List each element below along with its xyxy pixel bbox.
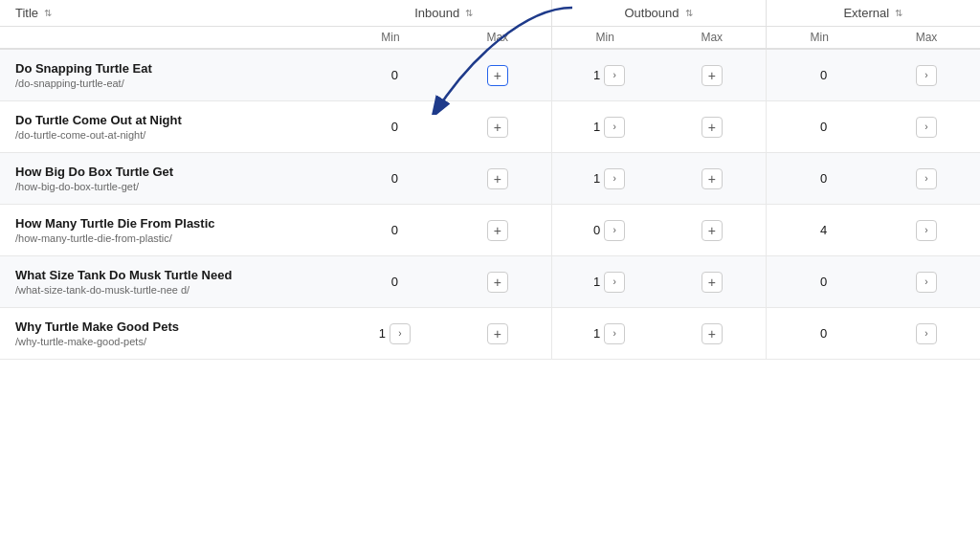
inbound-group-header[interactable]: Inbound ⇅ [337, 0, 551, 27]
external-sort-icon[interactable]: ⇅ [895, 8, 902, 18]
outbound-min-cell: 1 › [551, 256, 658, 308]
row-url: /what-size-tank-do-musk-turtle-nee d/ [15, 284, 322, 296]
row-title: Do Snapping Turtle Eat [15, 61, 322, 76]
row-title: How Big Do Box Turtle Get [15, 165, 322, 179]
title-cell: Do Turtle Come Out at Night /do-turtle-c… [0, 101, 337, 153]
external-label: External [843, 6, 889, 20]
group-header-row: Title ⇅ Inbound ⇅ Outbound ⇅ [0, 0, 980, 27]
outbound-max-plus-btn[interactable]: + [702, 117, 723, 138]
title-cell: Do Snapping Turtle Eat /do-snapping-turt… [0, 49, 337, 101]
inbound-sort-icon[interactable]: ⇅ [465, 8, 473, 18]
inbound-min-value: 1 [370, 326, 386, 341]
title-column-header[interactable]: Title ⇅ [0, 0, 337, 27]
inbound-max-cell: + [444, 49, 551, 101]
outbound-sort-icon[interactable]: ⇅ [685, 8, 693, 18]
external-max-arrow-btn[interactable]: › [916, 117, 937, 138]
row-url: /how-big-do-box-turtle-get/ [15, 181, 322, 192]
external-group-header[interactable]: External ⇅ [766, 0, 980, 27]
outbound-min-value: 1 [585, 171, 600, 186]
external-max-arrow-btn[interactable]: › [916, 168, 937, 189]
inbound-min-value: 0 [383, 171, 398, 186]
external-max-cell: › [873, 153, 980, 205]
outbound-min-cell: 0 › [551, 205, 658, 256]
title-cell: How Many Turtle Die From Plastic /how-ma… [0, 205, 337, 256]
title-label: Title [15, 6, 38, 20]
inbound-min-value: 0 [383, 68, 398, 82]
inbound-min-cell: 1 › [337, 308, 444, 360]
sub-header-row: Min Max Min Max Min Max [0, 27, 980, 50]
outbound-min-cell: 1 › [551, 101, 658, 153]
external-max-cell: › [873, 256, 980, 308]
external-max-arrow-btn[interactable]: › [916, 220, 937, 241]
table-row: How Many Turtle Die From Plastic /how-ma… [0, 205, 980, 256]
inbound-max-plus-btn[interactable]: + [487, 168, 508, 189]
outbound-min-arrow-btn[interactable]: › [604, 117, 625, 138]
main-container: Title ⇅ Inbound ⇅ Outbound ⇅ [0, 0, 980, 551]
external-min-cell: 0 [766, 49, 873, 101]
outbound-max-plus-btn[interactable]: + [702, 220, 723, 241]
outbound-min-value: 0 [585, 223, 600, 237]
inbound-max-plus-btn[interactable]: + [487, 220, 508, 241]
external-min-value: 0 [812, 275, 827, 289]
row-url: /how-many-turtle-die-from-plastic/ [15, 232, 322, 244]
inbound-min-arrow-btn[interactable]: › [390, 323, 411, 344]
inbound-min-value: 0 [383, 120, 398, 134]
outbound-min-arrow-btn[interactable]: › [604, 65, 625, 86]
row-title: What Size Tank Do Musk Turtle Need [15, 268, 322, 282]
inbound-max-plus-btn[interactable]: + [487, 272, 508, 293]
table-row: What Size Tank Do Musk Turtle Need /what… [0, 256, 980, 308]
inbound-min-cell: 0 [337, 49, 444, 101]
table-row: Do Turtle Come Out at Night /do-turtle-c… [0, 101, 980, 153]
external-min-cell: 4 [766, 205, 873, 256]
table-row: Do Snapping Turtle Eat /do-snapping-turt… [0, 49, 980, 101]
outbound-min-arrow-btn[interactable]: › [604, 220, 625, 241]
title-sort-icon[interactable]: ⇅ [44, 8, 52, 18]
external-min-header: Min [766, 27, 873, 50]
external-min-value: 0 [812, 171, 827, 186]
external-max-header: Max [873, 27, 980, 50]
outbound-min-cell: 1 › [551, 153, 658, 205]
inbound-max-header: Max [444, 27, 551, 50]
inbound-min-cell: 0 [337, 153, 444, 205]
row-title: Do Turtle Come Out at Night [15, 113, 322, 127]
external-max-cell: › [873, 49, 980, 101]
external-max-arrow-btn[interactable]: › [916, 272, 937, 293]
outbound-max-cell: + [658, 49, 766, 101]
external-max-cell: › [873, 205, 980, 256]
outbound-group-header[interactable]: Outbound ⇅ [551, 0, 766, 27]
outbound-max-plus-btn[interactable]: + [702, 272, 723, 293]
row-url: /why-turtle-make-good-pets/ [15, 336, 322, 347]
external-min-value: 0 [812, 326, 827, 341]
table-row: Why Turtle Make Good Pets /why-turtle-ma… [0, 308, 980, 360]
outbound-min-value: 1 [585, 120, 600, 134]
outbound-min-cell: 1 › [551, 308, 658, 360]
inbound-max-cell: + [444, 153, 551, 205]
outbound-min-arrow-btn[interactable]: › [604, 272, 625, 293]
external-max-arrow-btn[interactable]: › [916, 323, 937, 344]
title-cell: Why Turtle Make Good Pets /why-turtle-ma… [0, 308, 337, 360]
external-max-cell: › [873, 308, 980, 360]
external-min-value: 0 [812, 68, 827, 82]
outbound-max-cell: + [658, 256, 766, 308]
outbound-max-plus-btn[interactable]: + [702, 323, 723, 344]
outbound-min-arrow-btn[interactable]: › [604, 168, 625, 189]
row-title: How Many Turtle Die From Plastic [15, 216, 322, 231]
outbound-min-arrow-btn[interactable]: › [604, 323, 625, 344]
inbound-max-plus-btn[interactable]: + [487, 117, 508, 138]
outbound-min-cell: 1 › [551, 49, 658, 101]
outbound-min-value: 1 [585, 68, 600, 82]
inbound-max-plus-btn[interactable]: + [487, 65, 508, 86]
inbound-min-value: 0 [383, 275, 398, 289]
inbound-max-plus-btn[interactable]: + [487, 323, 508, 344]
outbound-max-cell: + [658, 205, 766, 256]
external-min-value: 0 [812, 120, 827, 134]
inbound-min-value: 0 [383, 223, 398, 237]
external-min-cell: 0 [766, 256, 873, 308]
external-max-arrow-btn[interactable]: › [916, 65, 937, 86]
outbound-max-plus-btn[interactable]: + [702, 168, 723, 189]
outbound-max-plus-btn[interactable]: + [702, 65, 723, 86]
row-title: Why Turtle Make Good Pets [15, 320, 322, 334]
external-max-cell: › [873, 101, 980, 153]
data-table: Title ⇅ Inbound ⇅ Outbound ⇅ [0, 0, 980, 360]
external-min-cell: 0 [766, 308, 873, 360]
